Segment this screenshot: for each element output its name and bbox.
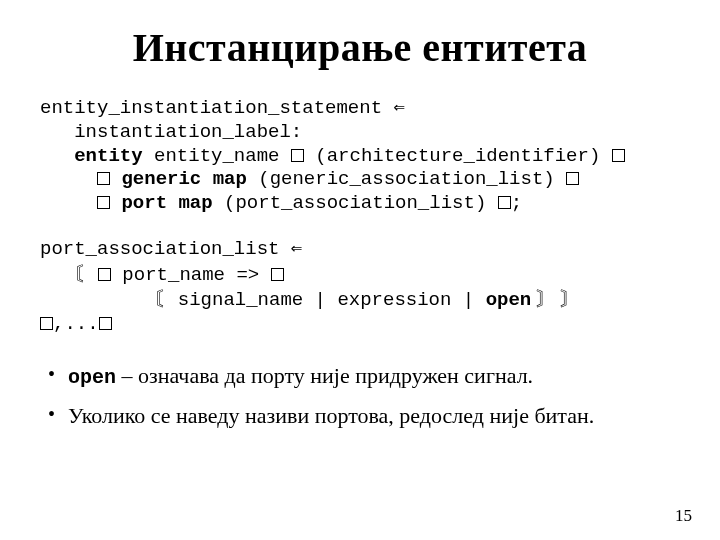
placeholder-box-icon — [566, 172, 579, 185]
keyword-generic-map: generic map — [121, 168, 246, 190]
keyword-port-map: port map — [121, 192, 212, 214]
placeholder-box-icon — [498, 196, 511, 209]
bullet-text: – означава да порту није придружен сигна… — [116, 363, 533, 388]
code-text: (architecture_identifier) — [304, 145, 612, 167]
code-text — [40, 145, 74, 167]
keyword-entity: entity — [74, 145, 142, 167]
double-paren-close: 〙 〙 — [531, 288, 579, 309]
code-text — [40, 289, 154, 311]
code-text — [40, 264, 74, 286]
code-text: entity_instantiation_statement — [40, 97, 393, 119]
keyword-open-inline: open — [68, 366, 116, 389]
bullet-list: open – означава да порту није придружен … — [46, 359, 680, 433]
placeholder-box-icon — [271, 268, 284, 281]
placeholder-box-icon — [97, 172, 110, 185]
code-text: (generic_association_list) — [247, 168, 566, 190]
code-text: ⇐ — [291, 238, 302, 260]
code-block-port-association: port_association_list ⇐ 〘 port_name => 〘… — [40, 238, 680, 337]
code-text: ; — [511, 192, 522, 214]
placeholder-box-icon — [291, 149, 304, 162]
code-text: ⇐ — [393, 97, 404, 119]
code-text: port_association_list — [40, 238, 291, 260]
page-number: 15 — [675, 506, 692, 526]
code-text: entity_name — [143, 145, 291, 167]
code-text: (port_association_list) — [213, 192, 498, 214]
code-block-entity-instantiation: entity_instantiation_statement ⇐ instant… — [40, 97, 680, 216]
code-text: instantiation_label: — [40, 121, 302, 143]
bullet-item: Уколико се наведу називи портова, редосл… — [46, 399, 680, 433]
placeholder-box-icon — [98, 268, 111, 281]
bullet-item: open – означава да порту није придружен … — [46, 359, 680, 393]
code-text — [40, 168, 97, 190]
slide: Инстанцирање ентитета entity_instantiati… — [0, 0, 720, 540]
keyword-open: open — [486, 289, 532, 311]
double-paren-open: 〘 — [154, 288, 178, 309]
placeholder-box-icon — [612, 149, 625, 162]
double-paren-open: 〘 — [74, 263, 98, 284]
code-text — [110, 192, 121, 214]
placeholder-box-icon — [99, 317, 112, 330]
placeholder-box-icon — [97, 196, 110, 209]
placeholder-box-icon — [40, 317, 53, 330]
code-text — [40, 192, 97, 214]
slide-title: Инстанцирање ентитета — [40, 24, 680, 71]
bullet-text: Уколико се наведу називи портова, редосл… — [68, 403, 594, 428]
code-text: signal_name | expression | — [178, 289, 486, 311]
code-text: port_name => — [111, 264, 271, 286]
code-text — [110, 168, 121, 190]
code-text: ,... — [53, 313, 99, 335]
